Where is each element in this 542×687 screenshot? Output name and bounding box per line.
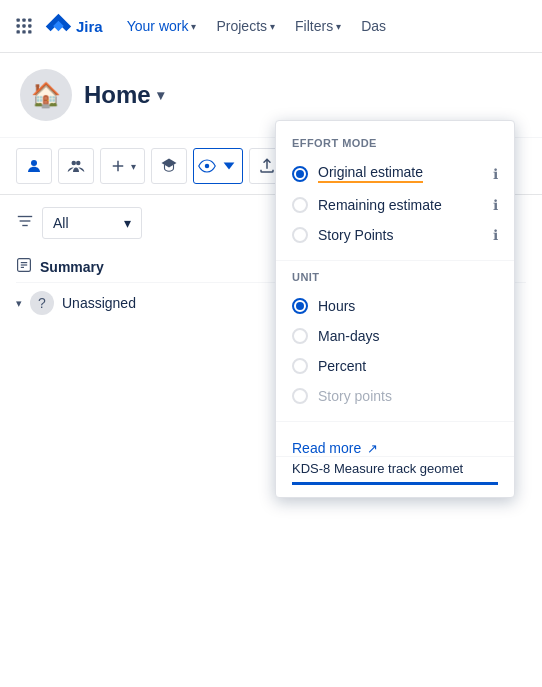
info-icon[interactable]: ℹ xyxy=(493,227,498,243)
person-button[interactable] xyxy=(16,148,52,184)
upload-icon xyxy=(258,157,276,175)
bottom-partial-text: KDS-8 Measure track geomet xyxy=(276,456,514,480)
app-name: Jira xyxy=(76,18,103,35)
svg-marker-14 xyxy=(162,159,177,168)
radio-unselected-icon xyxy=(292,227,308,243)
svg-rect-3 xyxy=(17,24,20,27)
home-title[interactable]: Home ▾ xyxy=(84,81,164,109)
svg-rect-6 xyxy=(17,30,20,33)
svg-rect-4 xyxy=(22,24,25,27)
progress-bar xyxy=(292,482,498,485)
svg-rect-0 xyxy=(17,19,20,22)
grid-menu-icon[interactable] xyxy=(12,14,36,38)
person-icon xyxy=(25,157,43,175)
effort-remaining-estimate[interactable]: Remaining estimate ℹ xyxy=(276,190,514,220)
eye-button[interactable] xyxy=(193,148,243,184)
graduate-button[interactable] xyxy=(151,148,187,184)
summary-label: Summary xyxy=(40,259,104,275)
info-icon[interactable]: ℹ xyxy=(493,197,498,213)
svg-rect-7 xyxy=(22,30,25,33)
filter-icon xyxy=(16,212,34,234)
effort-mode-label: EFFORT MODE xyxy=(276,137,514,157)
nav-your-work[interactable]: Your work ▾ xyxy=(119,10,205,42)
nav-filters[interactable]: Filters ▾ xyxy=(287,10,349,42)
chevron-down-icon: ▾ xyxy=(336,21,341,32)
effort-mode-dropdown: EFFORT MODE Original estimate ℹ Remainin… xyxy=(275,120,515,498)
graduate-icon xyxy=(160,157,178,175)
radio-unselected-icon xyxy=(292,358,308,374)
unassigned-avatar: ? xyxy=(30,291,54,315)
jira-logo[interactable]: Jira xyxy=(44,12,103,40)
svg-rect-2 xyxy=(28,19,31,22)
chevron-down-icon: ▾ xyxy=(191,21,196,32)
info-icon[interactable]: ℹ xyxy=(493,166,498,182)
radio-unselected-icon xyxy=(292,197,308,213)
home-icon-circle: 🏠 xyxy=(20,69,72,121)
svg-point-11 xyxy=(76,161,81,166)
svg-point-15 xyxy=(205,164,210,169)
nav-das[interactable]: Das xyxy=(353,10,394,42)
unit-story-points: Story points xyxy=(276,381,514,411)
group-button[interactable] xyxy=(58,148,94,184)
svg-rect-1 xyxy=(22,19,25,22)
unit-percent[interactable]: Percent xyxy=(276,351,514,381)
unit-hours[interactable]: Hours xyxy=(276,291,514,321)
chevron-down-icon: ▾ xyxy=(131,161,136,172)
chevron-down-icon: ▾ xyxy=(124,215,131,231)
chevron-down-icon: ▾ xyxy=(270,21,275,32)
radio-disabled-icon xyxy=(292,388,308,404)
summary-icon xyxy=(16,257,32,276)
filter-dropdown[interactable]: All ▾ xyxy=(42,207,142,239)
add-button[interactable]: ▾ xyxy=(100,148,145,184)
effort-story-points[interactable]: Story Points ℹ xyxy=(276,220,514,250)
radio-selected-icon xyxy=(292,298,308,314)
read-more-row: Read more ↗ xyxy=(276,432,514,456)
chevron-down-icon: ▾ xyxy=(157,87,164,103)
radio-selected-icon xyxy=(292,166,308,182)
unit-label: UNIT xyxy=(276,271,514,291)
effort-original-estimate[interactable]: Original estimate ℹ xyxy=(276,157,514,190)
divider xyxy=(276,260,514,261)
group-icon xyxy=(67,157,85,175)
divider xyxy=(276,421,514,422)
top-navigation: Jira Your work ▾ Projects ▾ Filters ▾ Da… xyxy=(0,0,542,53)
chevron-down-icon: ▾ xyxy=(16,297,22,310)
svg-rect-8 xyxy=(28,30,31,33)
unit-man-days[interactable]: Man-days xyxy=(276,321,514,351)
svg-point-9 xyxy=(31,160,37,166)
read-more-link[interactable]: Read more xyxy=(292,440,361,456)
chevron-down-icon xyxy=(220,157,238,175)
add-icon xyxy=(109,157,127,175)
external-link-icon: ↗ xyxy=(367,441,378,456)
eye-icon xyxy=(198,157,216,175)
svg-point-10 xyxy=(72,161,77,166)
radio-unselected-icon xyxy=(292,328,308,344)
svg-marker-16 xyxy=(224,162,235,169)
unassigned-label: Unassigned xyxy=(62,295,136,311)
svg-rect-5 xyxy=(28,24,31,27)
nav-projects[interactable]: Projects ▾ xyxy=(208,10,283,42)
